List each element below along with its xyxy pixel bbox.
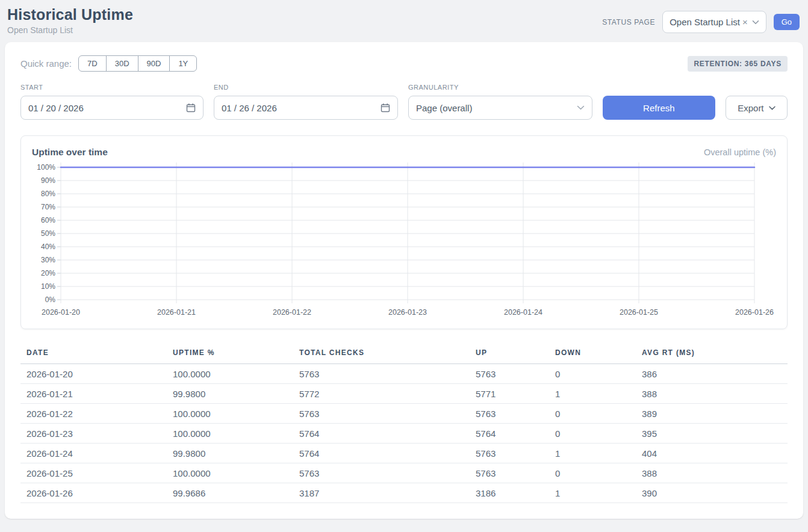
uptime-table: DATEUPTIME %TOTAL CHECKSUPDOWNAVG RT (MS… <box>20 345 788 503</box>
calendar-icon[interactable] <box>186 103 196 113</box>
go-button[interactable]: Go <box>774 14 800 30</box>
page-header: Historical Uptime Open Startup List STAT… <box>0 0 808 42</box>
column-header: UP <box>470 345 549 364</box>
table-row: 2026-01-20100.0000576357630386 <box>20 364 788 384</box>
table-cell: 2026-01-26 <box>20 483 167 503</box>
table-header-row: DATEUPTIME %TOTAL CHECKSUPDOWNAVG RT (MS… <box>20 345 788 364</box>
refresh-button[interactable]: Refresh <box>603 96 715 120</box>
y-axis-label: 100% <box>37 163 55 172</box>
status-page-label: STATUS PAGE <box>602 18 655 26</box>
x-axis-label: 2026-01-25 <box>620 308 658 317</box>
end-date-input[interactable]: 01 / 26 / 2026 <box>214 96 398 120</box>
quick-range-button-30d[interactable]: 30D <box>106 55 138 72</box>
table-row: 2026-01-2699.9686318731861390 <box>20 483 788 503</box>
clear-selection-icon[interactable]: × <box>742 17 748 27</box>
table-cell: 5763 <box>470 404 549 424</box>
table-cell: 404 <box>636 444 788 463</box>
chart-legend: Overall uptime (%) <box>704 147 776 157</box>
column-header: TOTAL CHECKS <box>293 345 470 364</box>
table-cell: 2026-01-23 <box>20 424 167 444</box>
table-cell: 5764 <box>470 424 549 444</box>
quick-range-row: Quick range: 7D30D90D1Y RETENTION: 365 D… <box>20 55 788 72</box>
table-body: 2026-01-20100.00005763576303862026-01-21… <box>20 364 788 503</box>
table-cell: 1 <box>549 483 636 503</box>
uptime-line-chart[interactable]: 0%10%20%30%40%50%60%70%80%90%100%2026-01… <box>31 161 777 323</box>
chevron-down-icon <box>752 20 759 25</box>
granularity-select[interactable]: Page (overall) <box>408 96 592 120</box>
table-cell: 389 <box>636 404 788 424</box>
y-axis-label: 40% <box>41 243 55 251</box>
table-cell: 386 <box>636 364 788 384</box>
table-cell: 5763 <box>470 463 549 483</box>
table-cell: 395 <box>636 424 788 444</box>
y-axis-label: 0% <box>45 295 56 304</box>
table-cell: 100.0000 <box>167 463 293 483</box>
table-cell: 100.0000 <box>167 424 293 444</box>
table-cell: 1 <box>549 384 636 404</box>
y-axis-label: 20% <box>41 269 55 277</box>
table-row: 2026-01-2499.9800576457631404 <box>20 444 788 463</box>
chart-header: Uptime over time Overall uptime (%) <box>31 147 777 158</box>
uptime-chart-card: Uptime over time Overall uptime (%) 0%10… <box>20 135 788 329</box>
table-cell: 2026-01-22 <box>20 404 167 424</box>
start-date-field: START 01 / 20 / 2026 <box>20 84 204 120</box>
column-header: DOWN <box>549 345 636 364</box>
retention-badge: RETENTION: 365 DAYS <box>688 56 788 72</box>
table-cell: 100.0000 <box>167 364 293 384</box>
quick-range-button-1y[interactable]: 1Y <box>169 55 197 72</box>
table-cell: 0 <box>549 364 636 384</box>
y-axis-label: 70% <box>41 203 55 211</box>
table-cell: 99.9800 <box>167 384 293 404</box>
quick-range-button-7d[interactable]: 7D <box>78 55 107 72</box>
x-axis-label: 2026-01-26 <box>735 308 774 317</box>
table-cell: 2026-01-24 <box>20 444 167 463</box>
table-cell: 5771 <box>470 384 549 404</box>
y-axis-label: 10% <box>41 282 55 291</box>
end-date-value: 01 / 26 / 2026 <box>222 103 277 113</box>
table-cell: 5763 <box>293 404 470 424</box>
x-axis-label: 2026-01-24 <box>504 308 542 317</box>
column-header: UPTIME % <box>167 345 293 364</box>
start-date-label: START <box>20 84 204 91</box>
x-axis-label: 2026-01-22 <box>273 308 311 317</box>
chevron-down-icon <box>769 106 775 110</box>
chevron-down-icon <box>577 105 585 110</box>
table-row: 2026-01-23100.0000576457640395 <box>20 424 788 444</box>
x-axis-label: 2026-01-23 <box>388 308 427 317</box>
quick-range: Quick range: 7D30D90D1Y <box>20 55 197 72</box>
page-title: Historical Uptime <box>7 6 133 23</box>
calendar-icon[interactable] <box>381 103 390 113</box>
y-axis-label: 50% <box>41 229 55 238</box>
column-header: DATE <box>20 345 167 364</box>
granularity-field: GRANULARITY Page (overall) <box>408 84 592 120</box>
start-date-input[interactable]: 01 / 20 / 2026 <box>20 96 204 120</box>
export-button[interactable]: Export <box>726 96 788 120</box>
granularity-label: GRANULARITY <box>408 84 592 91</box>
table-cell: 5764 <box>293 444 470 463</box>
table-row: 2026-01-25100.0000576357630388 <box>20 463 788 483</box>
chart-title: Uptime over time <box>32 147 108 158</box>
table-row: 2026-01-2199.9800577257711388 <box>20 384 788 404</box>
table-row: 2026-01-22100.0000576357630389 <box>20 404 788 424</box>
table-cell: 388 <box>636 384 788 404</box>
table-cell: 5763 <box>470 364 549 384</box>
granularity-selected-value: Page (overall) <box>416 103 472 113</box>
table-cell: 388 <box>636 463 788 483</box>
y-axis-label: 30% <box>41 256 55 264</box>
table-cell: 5763 <box>293 364 470 384</box>
quick-range-label: Quick range: <box>20 58 72 69</box>
table-cell: 3186 <box>470 483 549 503</box>
table-cell: 1 <box>549 444 636 463</box>
page-subtitle: Open Startup List <box>7 25 133 35</box>
quick-range-button-90d[interactable]: 90D <box>138 55 170 72</box>
end-date-label: END <box>214 84 398 91</box>
controls-row: START 01 / 20 / 2026 END 01 / 26 / 2026 … <box>20 84 788 120</box>
table-cell: 99.9686 <box>167 483 293 503</box>
table-cell: 100.0000 <box>167 404 293 424</box>
y-axis-label: 80% <box>41 190 55 198</box>
table-cell: 2026-01-20 <box>20 364 167 384</box>
table-cell: 2026-01-25 <box>20 463 167 483</box>
table-cell: 5764 <box>293 424 470 444</box>
status-page-select[interactable]: Open Startup List × <box>662 11 766 33</box>
x-axis-label: 2026-01-21 <box>157 308 196 317</box>
